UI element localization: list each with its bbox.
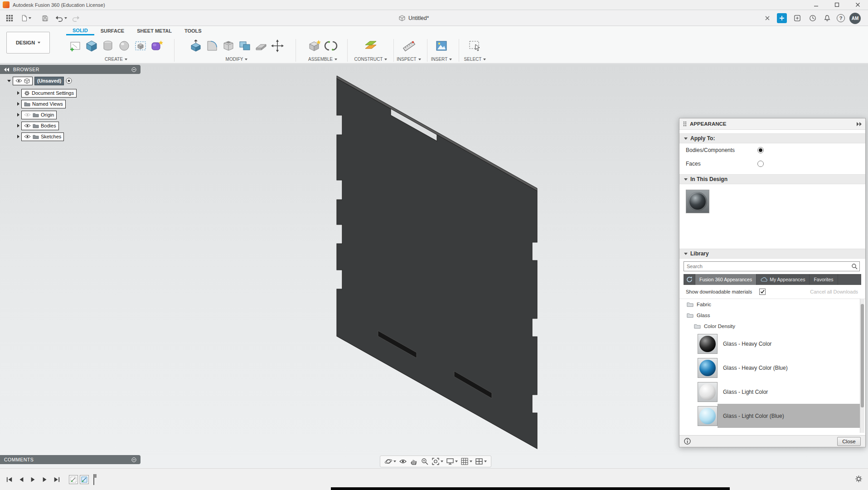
tab-sheet-metal[interactable]: SHEET METAL xyxy=(131,26,178,35)
offset-face-icon[interactable] xyxy=(254,38,269,53)
joint-icon[interactable] xyxy=(324,38,339,53)
extensions-icon[interactable] xyxy=(792,14,802,23)
tab-tools[interactable]: TOOLS xyxy=(178,26,208,35)
tab-surface[interactable]: SURFACE xyxy=(94,26,131,35)
visibility-eye-icon[interactable] xyxy=(24,123,31,128)
orbit-icon[interactable] xyxy=(384,457,396,466)
close-button[interactable]: Close xyxy=(837,437,861,446)
skip-to-end-button[interactable] xyxy=(52,475,62,485)
material-glass-heavy-color-blue[interactable]: Glass - Heavy Color (Blue) xyxy=(679,356,865,380)
search-input[interactable] xyxy=(684,261,860,271)
maximize-button[interactable] xyxy=(826,0,847,10)
faces-radio[interactable] xyxy=(757,161,764,167)
undo-button[interactable] xyxy=(54,14,68,23)
redo-button[interactable] xyxy=(71,14,81,23)
material-glass-light-color-blue[interactable]: Glass - Light Color (Blue) xyxy=(679,404,865,428)
comments-header[interactable]: COMMENTS xyxy=(0,455,141,464)
select-dropdown[interactable]: SELECT xyxy=(464,56,486,63)
new-document-tab-button[interactable] xyxy=(777,13,787,23)
document-tab[interactable]: Untitled* xyxy=(399,10,429,25)
browser-item-sketches[interactable]: Sketches xyxy=(17,132,64,141)
info-icon[interactable] xyxy=(684,438,691,445)
browser-item-named-views[interactable]: Named Views xyxy=(17,99,66,108)
tab-fusion-appearances[interactable]: Fusion 360 Appearances xyxy=(695,274,756,285)
save-button[interactable] xyxy=(40,14,50,23)
close-document-tab-button[interactable] xyxy=(762,14,772,23)
assemble-dropdown[interactable]: ASSEMBLE xyxy=(308,56,337,63)
fillet-icon[interactable] xyxy=(205,38,220,53)
library-folder-glass[interactable]: Glass xyxy=(679,310,865,321)
visibility-eye-icon[interactable] xyxy=(24,134,31,139)
tab-my-appearances[interactable]: My Appearances xyxy=(756,274,810,285)
look-at-icon[interactable] xyxy=(399,457,407,466)
timeline-feature-sketch-1[interactable] xyxy=(69,475,78,484)
insert-canvas-icon[interactable] xyxy=(434,38,449,53)
move-copy-icon[interactable] xyxy=(270,38,285,53)
collapse-panel-icon[interactable] xyxy=(4,68,10,72)
browser-item-bodies[interactable]: Bodies xyxy=(17,121,59,130)
new-component-icon[interactable] xyxy=(307,38,322,53)
activate-component-icon[interactable] xyxy=(66,78,72,84)
create-sphere-icon[interactable] xyxy=(117,38,132,53)
job-status-icon[interactable] xyxy=(808,14,818,23)
tab-solid[interactable]: SOLID xyxy=(66,26,94,35)
press-pull-icon[interactable] xyxy=(189,38,204,53)
close-window-button[interactable] xyxy=(847,0,868,10)
timeline-position-marker[interactable] xyxy=(91,473,97,486)
expander-closed-icon[interactable] xyxy=(17,91,19,95)
expander-open-icon[interactable] xyxy=(7,80,11,82)
section-collapse-icon[interactable] xyxy=(684,178,688,181)
grid-settings-icon[interactable] xyxy=(461,457,472,466)
visibility-eye-icon[interactable] xyxy=(24,113,31,117)
create-base-feature-icon[interactable] xyxy=(133,38,148,53)
visibility-eye-icon[interactable] xyxy=(15,78,22,83)
create-dropdown[interactable]: CREATE xyxy=(105,56,127,63)
select-tool-icon[interactable] xyxy=(468,38,483,53)
workspace-selector[interactable]: DESIGN xyxy=(6,32,50,54)
app-grid-menu-button[interactable] xyxy=(5,14,15,23)
browser-header[interactable]: BROWSER xyxy=(0,65,141,74)
viewports-icon[interactable] xyxy=(475,457,487,466)
apply-to-section-header[interactable]: Apply To: xyxy=(679,133,865,143)
in-this-design-section-header[interactable]: In This Design xyxy=(679,174,865,184)
expander-closed-icon[interactable] xyxy=(17,113,19,117)
library-section-header[interactable]: Library xyxy=(679,249,865,259)
timeline-settings-gear-icon[interactable] xyxy=(855,475,863,483)
construct-plane-icon[interactable] xyxy=(364,38,378,53)
timeline-feature-sketch-2[interactable] xyxy=(80,475,89,484)
notifications-bell-icon[interactable] xyxy=(822,14,832,23)
measure-icon[interactable] xyxy=(402,38,417,53)
browser-item-origin[interactable]: Origin xyxy=(17,110,57,119)
help-button[interactable]: ? xyxy=(837,14,845,22)
search-icon[interactable] xyxy=(851,263,858,270)
create-sketch-icon[interactable] xyxy=(68,38,83,53)
expander-closed-icon[interactable] xyxy=(17,135,19,138)
insert-dropdown[interactable]: INSERT xyxy=(431,56,452,63)
in-design-material-swatch[interactable] xyxy=(686,190,709,213)
expander-closed-icon[interactable] xyxy=(17,102,19,106)
section-collapse-icon[interactable] xyxy=(684,253,688,255)
file-menu-button[interactable] xyxy=(19,14,33,23)
create-cylinder-icon[interactable] xyxy=(101,38,116,53)
pan-icon[interactable] xyxy=(410,457,418,466)
browser-root-row[interactable]: (Unsaved) xyxy=(7,76,72,85)
play-button[interactable] xyxy=(28,475,38,485)
create-form-icon[interactable] xyxy=(150,38,165,53)
display-settings-icon[interactable] xyxy=(446,457,458,466)
bodies-components-radio[interactable] xyxy=(757,147,764,153)
section-collapse-icon[interactable] xyxy=(684,137,688,140)
skip-to-start-button[interactable] xyxy=(5,475,15,485)
refresh-library-icon[interactable] xyxy=(684,274,695,285)
comments-minimize-icon[interactable] xyxy=(131,457,136,462)
library-scrollbar-thumb[interactable] xyxy=(861,304,864,407)
browser-root-label[interactable]: (Unsaved) xyxy=(34,77,64,85)
construct-dropdown[interactable]: CONSTRUCT xyxy=(354,56,388,63)
shell-icon[interactable] xyxy=(221,38,236,53)
material-glass-light-color[interactable]: Glass - Light Color xyxy=(679,380,865,404)
user-avatar[interactable]: AM xyxy=(849,13,861,24)
step-back-button[interactable] xyxy=(16,475,26,485)
browser-minimize-icon[interactable] xyxy=(131,67,136,72)
library-folder-fabric[interactable]: Fabric xyxy=(679,299,865,310)
dock-panel-icon[interactable] xyxy=(856,122,862,126)
material-glass-heavy-color[interactable]: Glass - Heavy Color xyxy=(679,332,865,356)
